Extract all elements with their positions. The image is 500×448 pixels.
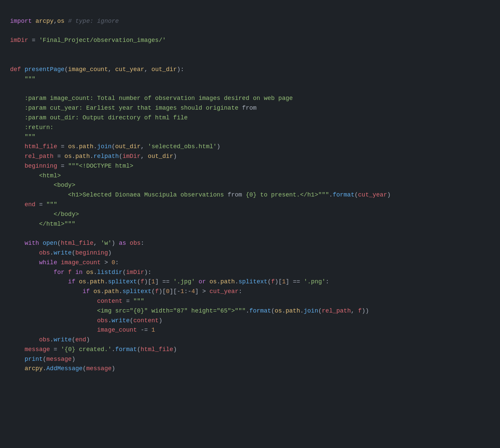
line-22: </html>""" — [10, 221, 75, 227]
line-35: message = '{0} created.'.format(html_fil… — [10, 346, 177, 353]
line-21: </body> — [10, 211, 79, 218]
line-6: def presentPage(image_count, cut_year, o… — [10, 66, 184, 73]
line-28: if os.path.splitext(f)[1] == '.jpg' or o… — [10, 278, 329, 285]
line-25: obs.write(beginning) — [10, 249, 112, 256]
line-32: obs.write(content) — [10, 317, 162, 324]
line-7: """ — [10, 76, 36, 82]
line-30: content = """ — [10, 298, 144, 304]
line-37: arcpy.AddMessage(message) — [10, 365, 115, 372]
code-editor: import arcpy,os # type: ignore imDir = '… — [10, 7, 490, 374]
line-16: beginning = """<!DOCTYPE html> — [10, 163, 133, 169]
line-11: :param out_dir: Output directory of html… — [10, 114, 188, 121]
line-36: print(message) — [10, 356, 75, 362]
line-33: image_count -= 1 — [10, 327, 155, 333]
line-10: :param cut_year: Earliest year that imag… — [10, 105, 257, 111]
line-29: if os.path.splitext(f)[0][-1:-4] > cut_y… — [10, 288, 242, 295]
line-27: for f in os.listdir(imDir): — [10, 269, 151, 276]
line-20: end = """ — [10, 201, 57, 208]
line-3: imDir = 'Final_Project/observation_image… — [10, 37, 166, 44]
line-34: obs.write(end) — [10, 336, 90, 343]
line-14: html_file = os.path.join(out_dir, 'selec… — [10, 143, 220, 150]
line-15: rel_path = os.path.relpath(imDir, out_di… — [10, 153, 177, 160]
line-1: import arcpy,os # type: ignore — [10, 18, 119, 24]
line-24: with open(html_file, 'w') as obs: — [10, 240, 144, 246]
line-17: <html> — [10, 172, 61, 179]
line-18: <body> — [10, 182, 75, 188]
line-13: """ — [10, 133, 36, 140]
line-26: while image_count > 0: — [10, 259, 119, 266]
line-31: <img src="{0}" width="87" height="65">""… — [10, 307, 369, 314]
line-9: :param image_count: Total number of obse… — [10, 95, 293, 102]
line-12: :return: — [10, 124, 54, 131]
line-19: <h1>Selected Dionaea Muscipula observati… — [10, 191, 391, 198]
